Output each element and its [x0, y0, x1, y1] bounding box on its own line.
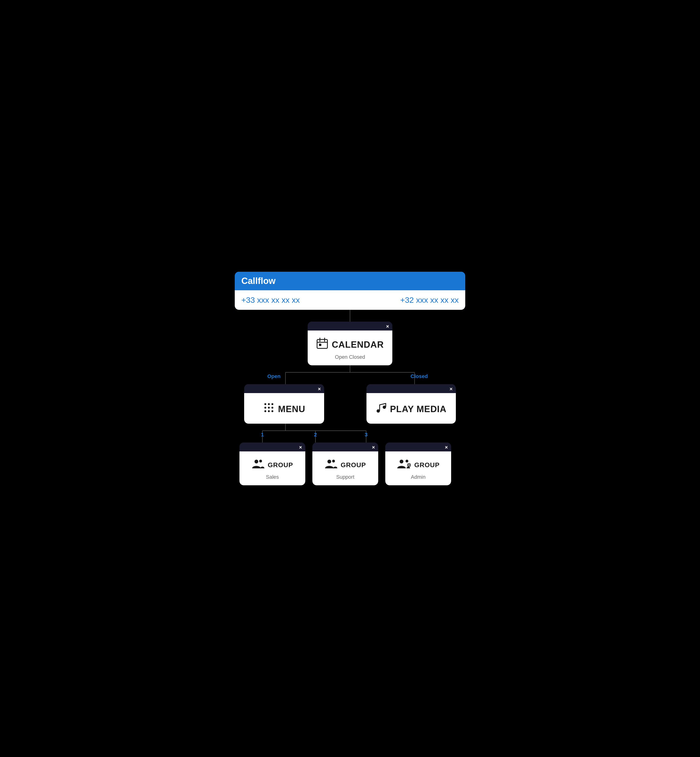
- play-media-icon-label: PLAY MEDIA: [376, 402, 447, 417]
- svg-rect-4: [319, 344, 321, 346]
- group-sales-node[interactable]: × GROUP Sales: [239, 443, 305, 485]
- calendar-node[interactable]: × CALENDAR Ope: [308, 322, 392, 365]
- branch-num1-label: 1: [261, 432, 264, 438]
- menu-label: MENU: [278, 404, 305, 414]
- callflow-header: Callflow: [235, 272, 465, 290]
- svg-line-40: [408, 466, 408, 466]
- branch-lines-level3: 1 2 3: [235, 424, 465, 443]
- group-support-body: GROUP Support: [312, 451, 378, 485]
- phone-number-left: +33 xxx xx xx xx: [241, 296, 300, 305]
- group-admin-sublabel: Admin: [411, 474, 425, 480]
- group-support-label: GROUP: [341, 461, 366, 469]
- svg-point-18: [377, 409, 380, 413]
- group-admin-icon-label: GROUP: [397, 458, 440, 472]
- svg-rect-0: [317, 339, 327, 349]
- svg-point-15: [264, 410, 266, 412]
- group-support-icon: [325, 458, 337, 472]
- play-media-label: PLAY MEDIA: [390, 404, 447, 414]
- group-sales-label: GROUP: [268, 461, 293, 469]
- svg-point-12: [264, 407, 266, 408]
- group-sales-icon: [252, 458, 264, 472]
- svg-point-16: [268, 410, 270, 412]
- group-sales-body: GROUP Sales: [239, 451, 305, 485]
- svg-point-26: [259, 460, 262, 463]
- play-media-node-header: ×: [366, 384, 456, 393]
- callflow-numbers: +33 xxx xx xx xx +32 xxx xx xx xx: [235, 290, 465, 310]
- group-admin-label: GROUP: [414, 461, 440, 469]
- calendar-node-header: ×: [308, 322, 392, 330]
- play-media-node-body: PLAY MEDIA: [366, 393, 456, 424]
- svg-point-28: [332, 460, 335, 463]
- callflow-wrapper: Callflow +33 xxx xx xx xx +32 xxx xx xx …: [235, 272, 465, 485]
- connector-v1: [350, 310, 350, 322]
- svg-point-14: [272, 407, 273, 408]
- svg-point-32: [409, 465, 410, 466]
- group-admin-close-btn[interactable]: ×: [445, 445, 448, 450]
- group-sales-close-btn[interactable]: ×: [299, 445, 302, 450]
- group-sales-sublabel: Sales: [266, 474, 279, 480]
- menu-icon-label: MENU: [263, 402, 305, 416]
- calendar-icon-label: CALENDAR: [316, 337, 384, 352]
- calendar-node-body: CALENDAR Open Closed: [308, 330, 392, 365]
- menu-node-header: ×: [244, 384, 324, 393]
- calendar-close-btn[interactable]: ×: [386, 324, 389, 329]
- svg-point-11: [272, 403, 273, 405]
- group-support-icon-label: GROUP: [325, 458, 366, 472]
- svg-point-25: [255, 460, 258, 463]
- level2-row: ×: [235, 384, 465, 424]
- music-note-icon: [376, 402, 387, 417]
- group-admin-node[interactable]: ×: [385, 443, 451, 485]
- closed-branch-label: Closed: [411, 373, 428, 379]
- group-sales-header: ×: [239, 443, 305, 451]
- group-admin-body: GROUP Admin: [385, 451, 451, 485]
- calendar-row: × CALENDAR Ope: [235, 322, 465, 365]
- svg-point-29: [400, 460, 403, 463]
- groups-row: × GROUP Sales: [235, 443, 465, 485]
- callflow-card[interactable]: Callflow +33 xxx xx xx xx +32 xxx xx xx …: [235, 272, 465, 310]
- menu-close-btn[interactable]: ×: [318, 386, 321, 392]
- group-admin-icon: [397, 458, 411, 472]
- group-support-node[interactable]: × GROUP Support: [312, 443, 378, 485]
- branch-num3-label: 3: [364, 432, 367, 438]
- svg-line-38: [410, 466, 411, 466]
- svg-line-39: [410, 464, 411, 464]
- svg-point-10: [268, 403, 270, 405]
- svg-point-19: [383, 405, 386, 409]
- play-media-close-btn[interactable]: ×: [450, 386, 453, 392]
- play-media-node[interactable]: × PLAY MEDIA: [366, 384, 456, 424]
- menu-node-body: MENU: [244, 393, 324, 424]
- calendar-sublabel: Open Closed: [335, 354, 365, 360]
- group-support-close-btn[interactable]: ×: [372, 445, 375, 450]
- open-branch-label: Open: [267, 373, 280, 379]
- phone-number-right: +32 xxx xx xx xx: [400, 296, 459, 305]
- branch-num2-label: 2: [314, 432, 317, 438]
- svg-point-13: [268, 407, 270, 408]
- svg-line-37: [408, 464, 408, 464]
- svg-point-17: [272, 410, 273, 412]
- group-admin-header: ×: [385, 443, 451, 451]
- callflow-title: Callflow: [241, 276, 276, 286]
- menu-node[interactable]: ×: [244, 384, 324, 424]
- svg-point-9: [264, 403, 266, 405]
- group-support-header: ×: [312, 443, 378, 451]
- svg-point-30: [406, 460, 408, 463]
- group-sales-icon-label: GROUP: [252, 458, 293, 472]
- calendar-label: CALENDAR: [332, 340, 384, 350]
- calendar-icon: [316, 337, 328, 352]
- branch-lines-level2: Open Closed: [235, 365, 465, 384]
- menu-icon: [263, 402, 275, 416]
- group-support-sublabel: Support: [336, 474, 354, 480]
- svg-point-27: [327, 460, 331, 463]
